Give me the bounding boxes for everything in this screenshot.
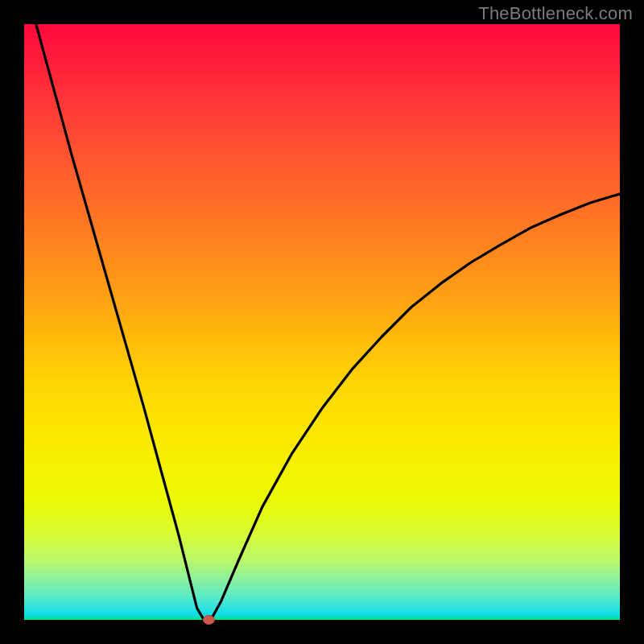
chart-stage: TheBottleneck.com (0, 0, 644, 644)
plot-area (24, 24, 620, 620)
optimum-marker (203, 616, 214, 625)
bottleneck-curve (36, 24, 620, 620)
watermark-text: TheBottleneck.com (478, 3, 633, 24)
bottleneck-curve-svg (24, 24, 620, 620)
